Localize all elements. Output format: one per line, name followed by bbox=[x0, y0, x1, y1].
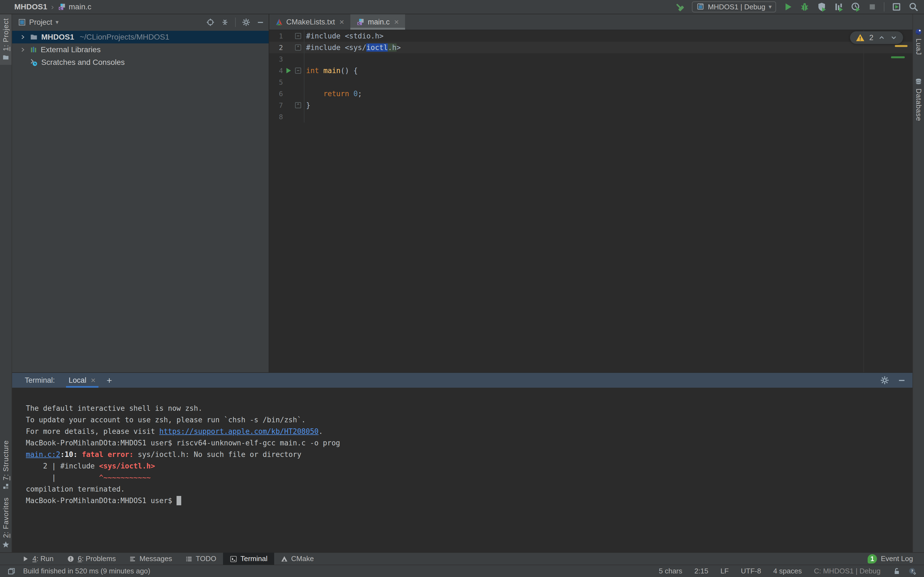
code-line[interactable]: 4−int main() { bbox=[269, 65, 913, 76]
code-editor[interactable]: 1−#include <stdio.h>2⌃#include <sys/ioct… bbox=[269, 30, 913, 372]
code-line[interactable]: 8 bbox=[269, 111, 913, 122]
search-everywhere-icon[interactable] bbox=[909, 2, 919, 12]
toolwindow-button-luaj[interactable]: LuaJ bbox=[913, 24, 924, 59]
toolwindow-button-project[interactable]: 1: Project bbox=[0, 14, 11, 65]
terminal-tab-local[interactable]: Local × bbox=[67, 373, 97, 388]
terminal-link[interactable]: https://support.apple.com/kb/HT208050 bbox=[159, 427, 318, 435]
fold-marker-icon[interactable]: ⌃ bbox=[293, 102, 303, 108]
close-icon[interactable]: × bbox=[339, 18, 344, 26]
code-token: 0 bbox=[354, 90, 358, 98]
code-token bbox=[319, 66, 323, 75]
problems-icon bbox=[67, 555, 74, 563]
locate-file-icon[interactable] bbox=[206, 18, 215, 27]
status-line-ending[interactable]: LF bbox=[720, 567, 729, 575]
fold-marker-icon[interactable]: ⌃ bbox=[293, 45, 303, 50]
project-view-select[interactable]: Project ▾ bbox=[18, 18, 58, 27]
toolwindow-button-cmake[interactable]: CMake bbox=[274, 553, 320, 565]
run-configuration-select[interactable]: MHDOS1 | Debug ▾ bbox=[692, 2, 776, 12]
toolwindow-button-favorites[interactable]: 2: Favorites bbox=[2, 493, 10, 552]
library-icon bbox=[30, 46, 37, 53]
fold-open-icon[interactable]: − bbox=[295, 33, 301, 39]
line-number: 4 bbox=[269, 67, 283, 75]
event-log-button[interactable]: Event Log bbox=[881, 554, 913, 563]
toolwindow-button-run[interactable]: 4: Run bbox=[15, 553, 60, 565]
code-line[interactable]: 5 bbox=[269, 76, 913, 88]
coverage-button[interactable] bbox=[817, 2, 827, 12]
close-icon[interactable]: × bbox=[91, 376, 96, 384]
left-tool-strip: 1: Project 7: Structure 2: Favorites bbox=[0, 14, 12, 552]
terminal-line: The default interactive shell is now zsh… bbox=[26, 403, 913, 414]
editor-lines: 1−#include <stdio.h>2⌃#include <sys/ioct… bbox=[269, 30, 913, 122]
code-line[interactable]: 2⌃#include <sys/ioctl.h> bbox=[269, 42, 913, 53]
help-settings-icon[interactable]: ? bbox=[908, 567, 917, 575]
line-number: 8 bbox=[269, 113, 283, 121]
toolwindow-button-database[interactable]: Database bbox=[913, 74, 924, 125]
line-number: 3 bbox=[269, 55, 283, 63]
run-gutter-icon[interactable] bbox=[283, 67, 293, 74]
prev-warning-icon[interactable] bbox=[878, 34, 885, 42]
code-line[interactable]: 1−#include <stdio.h> bbox=[269, 30, 913, 42]
unlock-icon[interactable] bbox=[893, 567, 901, 575]
fold-end-icon[interactable]: ⌃ bbox=[295, 102, 301, 108]
run-toolwindow-icon bbox=[22, 555, 29, 562]
status-chars[interactable]: 5 chars bbox=[659, 567, 682, 575]
new-terminal-session-button[interactable]: + bbox=[107, 375, 112, 386]
next-warning-icon[interactable] bbox=[890, 34, 898, 42]
fold-marker-icon[interactable]: − bbox=[293, 33, 303, 39]
toolwindow-button-messages[interactable]: Messages bbox=[123, 553, 179, 565]
profiler-button[interactable] bbox=[834, 2, 844, 12]
terminal-line: main.c:2:10: fatal error: sys/ioctl.h: N… bbox=[26, 449, 913, 460]
database-icon bbox=[915, 78, 922, 86]
status-run-config[interactable]: C: MHDOS1 | Debug bbox=[814, 567, 880, 575]
build-hammer-icon[interactable] bbox=[674, 2, 685, 12]
chevron-right-icon[interactable] bbox=[19, 34, 26, 40]
toolwindow-button-structure[interactable]: 7: Structure bbox=[2, 436, 10, 493]
toolwindow-button-todo[interactable]: TODO bbox=[179, 553, 223, 565]
tree-row-external-libraries[interactable]: External Libraries bbox=[12, 44, 269, 56]
cpu-profiler-button[interactable] bbox=[851, 2, 861, 12]
code-line[interactable]: 7⌃} bbox=[269, 100, 913, 111]
tab-cmakeliststxt[interactable]: CMakeLists.txt × bbox=[269, 14, 351, 30]
terminal-text: The default interactive shell is now zsh… bbox=[26, 404, 202, 413]
fold-marker-icon[interactable]: − bbox=[293, 68, 303, 74]
status-encoding[interactable]: UTF-8 bbox=[741, 567, 761, 575]
fold-open-icon[interactable]: − bbox=[295, 68, 301, 74]
chevron-right-icon[interactable] bbox=[19, 47, 26, 53]
terminal-link[interactable]: main.c:2 bbox=[26, 450, 60, 459]
gear-icon[interactable] bbox=[242, 18, 250, 27]
tree-row-scratches[interactable]: Scratches and Consoles bbox=[12, 56, 269, 69]
breadcrumb-file[interactable]: C main.c bbox=[58, 2, 91, 11]
code-token: return bbox=[323, 90, 349, 98]
status-indent[interactable]: 4 spaces bbox=[773, 567, 802, 575]
toolwindow-button-terminal[interactable]: Terminal bbox=[223, 553, 274, 565]
close-icon[interactable]: × bbox=[394, 18, 399, 26]
tab-mainc[interactable]: C main.c × bbox=[351, 14, 405, 30]
inspection-widget[interactable]: 2 bbox=[850, 31, 903, 44]
fold-end-icon[interactable]: ⌃ bbox=[295, 45, 301, 50]
code-text: } bbox=[306, 101, 310, 110]
project-tree: MHDOS1 ~/CLionProjects/MHDOS1 External L… bbox=[12, 30, 269, 69]
gutter-border bbox=[304, 53, 306, 65]
scrollbar-warning-mark[interactable] bbox=[895, 45, 908, 47]
stop-button bbox=[868, 2, 877, 11]
toolwindow-button-problems[interactable]: 6: Problems bbox=[60, 553, 123, 565]
run-button[interactable] bbox=[783, 2, 793, 11]
hide-panel-icon[interactable] bbox=[257, 18, 264, 26]
gutter-border bbox=[304, 76, 306, 88]
tree-row-project-root[interactable]: MHDOS1 ~/CLionProjects/MHDOS1 bbox=[12, 31, 269, 44]
run-anything-button[interactable] bbox=[892, 2, 901, 12]
terminal-output[interactable]: The default interactive shell is now zsh… bbox=[12, 388, 913, 552]
right-tool-strip: LuaJ Database bbox=[913, 14, 924, 552]
hide-terminal-icon[interactable] bbox=[898, 376, 906, 384]
status-message[interactable]: Build finished in 520 ms (9 minutes ago) bbox=[23, 567, 150, 575]
terminal-settings-gear-icon[interactable] bbox=[880, 376, 889, 385]
breadcrumb-project[interactable]: MHDOS1 bbox=[14, 2, 47, 11]
code-line[interactable]: 6 return 0; bbox=[269, 88, 913, 100]
collapse-all-icon[interactable] bbox=[221, 18, 229, 26]
toggle-toolwindows-icon[interactable] bbox=[7, 567, 15, 575]
gutter-border bbox=[304, 100, 306, 111]
terminal-text: MacBook-ProMihlanDOta:MHDOS1 user$ bbox=[26, 496, 176, 505]
code-line[interactable]: 3 bbox=[269, 53, 913, 65]
status-caret-position[interactable]: 2:15 bbox=[695, 567, 708, 575]
debug-button[interactable] bbox=[800, 2, 809, 12]
